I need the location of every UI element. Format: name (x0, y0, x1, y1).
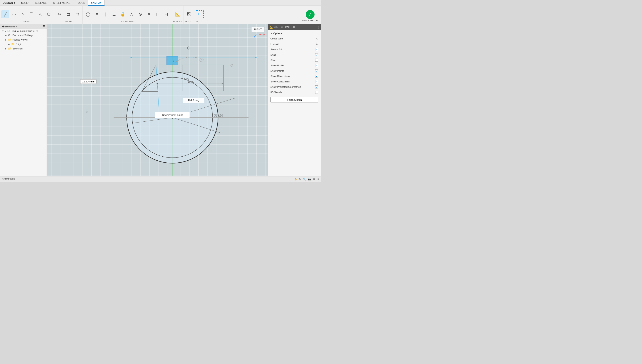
tab-solid[interactable]: SOLID (18, 0, 32, 6)
palette-content: ▼ Options Construction ◁ Look At 🖼 (268, 30, 321, 176)
tab-sketch[interactable]: SKETCH (88, 0, 104, 6)
named-views-label: Named Views (13, 38, 28, 41)
tab-tools[interactable]: TOOLS (73, 0, 88, 6)
arc-tool[interactable]: ⌒ (28, 10, 36, 18)
construction-icon[interactable]: ◁ (316, 37, 318, 40)
constraints-label: CONSTRAINTS (120, 20, 134, 23)
show-dimensions-label: Show Dimensions (270, 75, 290, 78)
svg-point-14 (188, 46, 190, 49)
show-projected-checkbox[interactable] (315, 85, 318, 88)
tree-root[interactable]: ▼ ● 📄 RingForInstructions v0 👁 (0, 29, 47, 33)
design-label: DESIGN (3, 1, 13, 4)
constraint-bracket[interactable]: ⊢ (154, 10, 162, 18)
polygon-tool[interactable]: ⬠ (45, 10, 53, 18)
named-views-icon: 📁 (8, 38, 12, 41)
palette-row-show-points: Show Points (268, 68, 321, 74)
palette-toggle[interactable]: ⟩ (318, 25, 319, 29)
design-chevron: ▾ (14, 1, 15, 4)
constraint-circle2[interactable]: ⊙ (136, 10, 144, 18)
svg-text:X: X (263, 34, 265, 36)
constraint-lock[interactable]: 🔒 (119, 10, 127, 18)
extend-tool[interactable]: ⊐ (65, 10, 73, 18)
insert-section: 🖼 INSERT (184, 6, 194, 24)
tree-named-views[interactable]: ▶ 📁 Named Views (0, 38, 47, 42)
sidebar-options[interactable]: ☰ (43, 25, 45, 28)
sketches-icon: 📁 (8, 47, 12, 50)
finish-sketch-section[interactable]: ✓ FINISH SKETCH (299, 6, 321, 24)
bottom-hand-icon[interactable]: ✋ (294, 178, 297, 180)
svg-marker-12 (130, 57, 132, 58)
circle-tool[interactable]: ○ (19, 10, 27, 18)
sidebar-title: BROWSER (5, 25, 17, 28)
origin-icon: 📁 (11, 42, 15, 46)
palette-row-snap: Snap (268, 52, 321, 58)
constraint-cross[interactable]: ⊥ (110, 10, 118, 18)
inspect-measure[interactable]: 📐 (174, 10, 182, 18)
svg-text:5.00: 5.00 (184, 77, 189, 80)
bottom-orbit-icon[interactable]: ↻ (299, 178, 301, 180)
constraint-ellipse[interactable]: ◯ (84, 10, 92, 18)
construction-label: Construction (270, 37, 284, 40)
finish-sketch-palette-button[interactable]: Finish Sketch (270, 97, 318, 102)
bottom-cursor-icon[interactable]: ✛ (290, 178, 292, 180)
look-at-icon[interactable]: 🖼 (315, 42, 318, 46)
sketch-grid-checkbox[interactable] (315, 48, 318, 51)
axis-label-25: 25 (86, 111, 88, 114)
finish-sketch-button[interactable]: ✓ FINISH SKETCH (300, 9, 319, 22)
constraint-parallel[interactable]: ∥ (102, 10, 110, 18)
svg-text:Ø18.90: Ø18.90 (214, 114, 223, 117)
constraint-align[interactable]: ⊣ (162, 10, 170, 18)
show-dimensions-checkbox[interactable] (315, 75, 318, 78)
snap-checkbox[interactable] (315, 53, 318, 56)
tree-root-eye[interactable]: 👁 (36, 30, 38, 32)
tree-root-label: RingForInstructions v0 (11, 30, 35, 32)
svg-point-16 (231, 64, 233, 66)
insert-image[interactable]: 🖼 (185, 10, 193, 18)
tree-root-visibility[interactable]: ● (5, 30, 6, 32)
tree-origin[interactable]: ▶ 📁 Origin (0, 42, 47, 46)
scissors-tool[interactable]: ✂ (56, 10, 64, 18)
sidebar-collapse-icon[interactable]: ◀ (2, 25, 4, 28)
show-points-checkbox[interactable] (315, 69, 318, 72)
rectangle-tool[interactable]: ▭ (10, 10, 18, 18)
constraint-equal[interactable]: = (93, 10, 101, 18)
show-constraints-label: Show Constraints (270, 80, 290, 83)
show-profile-checkbox[interactable] (315, 64, 318, 67)
select-box[interactable]: □ (196, 10, 204, 18)
select-section: □ SELECT (194, 6, 205, 24)
offset-tool[interactable]: ⇉ (73, 10, 81, 18)
3d-sketch-checkbox[interactable] (315, 91, 318, 94)
slice-checkbox[interactable] (315, 58, 318, 62)
canvas[interactable]: Specify next point 104.9 deg Ø18.90 16.0… (47, 24, 268, 176)
tab-sheet-metal[interactable]: SHEET METAL (50, 0, 73, 6)
bottom-display-icon[interactable]: 🖥 (313, 178, 315, 180)
svg-marker-13 (255, 57, 257, 58)
show-constraints-checkbox[interactable] (315, 80, 318, 83)
palette-row-show-projected: Show Projected Geometries (268, 84, 321, 90)
create-section: ╱ ▭ ○ ⌒ △ ⬠ CREATE (0, 6, 54, 24)
modify-section: ✂ ⊐ ⇉ MODIFY (54, 6, 83, 24)
constraint-x[interactable]: ✕ (145, 10, 153, 18)
triangle-tool[interactable]: △ (36, 10, 44, 18)
finish-sketch-label: FINISH SKETCH (302, 20, 318, 22)
finish-sketch-palette-label: Finish Sketch (287, 98, 302, 101)
comments-label: COMMENTS (2, 178, 15, 180)
line-tool[interactable]: ╱ (1, 10, 9, 18)
svg-text:2: 2 (173, 60, 174, 62)
options-chevron[interactable]: ▼ (270, 32, 272, 35)
tree-doc-settings[interactable]: ▶ ⚙ Document Settings (0, 33, 47, 38)
bottom-camera-icon[interactable]: 📷 (308, 178, 311, 180)
svg-text:RIGHT: RIGHT (254, 28, 262, 31)
canvas-drawing: Specify next point 104.9 deg Ø18.90 16.0… (47, 24, 268, 176)
tab-surface[interactable]: SURFACE (32, 0, 50, 6)
tree-sketches[interactable]: ▶ 📁 Sketches (0, 46, 47, 51)
doc-settings-icon: ⚙ (8, 34, 12, 37)
origin-label: Origin (16, 43, 22, 46)
bottom-zoom-icon[interactable]: 🔍 (303, 178, 306, 180)
palette-row-show-dimensions: Show Dimensions (268, 74, 321, 79)
show-projected-label: Show Projected Geometries (270, 86, 301, 88)
bottom-grid-icon[interactable]: ⊞ (317, 178, 319, 180)
constraint-triangle2[interactable]: △ (128, 10, 136, 18)
design-button[interactable]: DESIGN ▾ (0, 0, 18, 6)
svg-marker-22 (222, 83, 224, 84)
